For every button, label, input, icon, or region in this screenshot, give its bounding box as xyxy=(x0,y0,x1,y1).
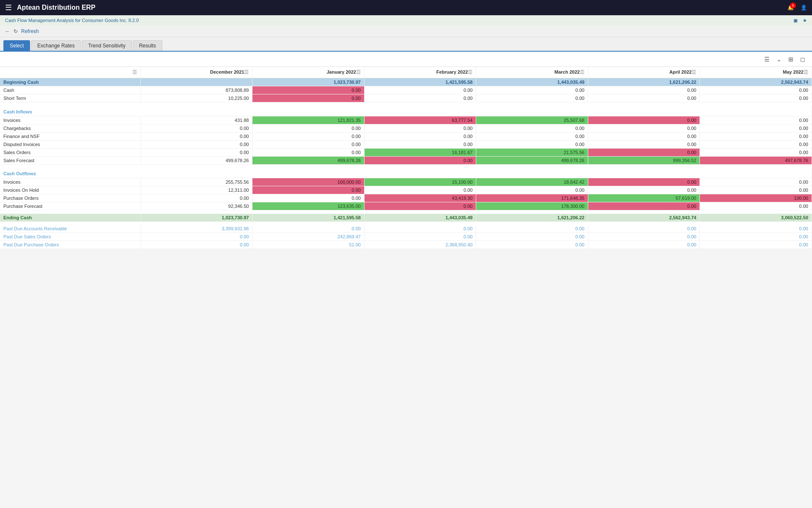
tab-exchange-rates[interactable]: Exchange Rates xyxy=(31,40,81,51)
user-icon[interactable]: 👤 xyxy=(801,5,807,11)
invoices-hold-may: 0.00 xyxy=(700,186,812,194)
past-due-ar-dec: 3,399,931.96 xyxy=(141,225,252,233)
cash-jan: 0.00 xyxy=(252,86,364,94)
ending-cash-mar: 1,621,206.22 xyxy=(476,214,588,222)
tab-select[interactable]: Select xyxy=(3,40,30,51)
col-menu-icon-0[interactable]: ☰ xyxy=(132,69,137,75)
invoices-in-jan: 121,821.35 xyxy=(252,116,364,124)
past-due-so-mar: 0.00 xyxy=(476,233,588,241)
sales-forecast-mar: 499,678.26 xyxy=(476,156,588,164)
subtitle-bar: Cash Flow Management Analysis for Consum… xyxy=(0,15,812,25)
cash-mar: 0.00 xyxy=(476,86,588,94)
beginning-cash-dec xyxy=(141,78,252,86)
table-row-past-due-ar: Past Due Accounts Receivable 3,399,931.9… xyxy=(0,225,812,233)
col-header-apr2022[interactable]: April 2022 ☰ xyxy=(588,67,700,78)
invoices-hold-feb: 0.00 xyxy=(364,186,476,194)
sales-forecast-feb: 0.00 xyxy=(364,156,476,164)
star-icon[interactable]: ★ xyxy=(803,18,807,23)
tabs-bar: Select Exchange Rates Trend Sensitivity … xyxy=(0,37,812,52)
purchase-forecast-label: Purchase Forecast xyxy=(0,202,141,210)
past-due-ar-label: Past Due Accounts Receivable xyxy=(0,225,141,233)
col-menu-icon-4[interactable]: ☰ xyxy=(580,69,584,75)
app-title: Aptean Distribution ERP xyxy=(17,4,782,11)
invoices-out-mar: 18,642.42 xyxy=(476,178,588,186)
disputed-dec: 0.00 xyxy=(141,140,252,148)
sales-orders-feb: 16,181.67 xyxy=(364,148,476,156)
beginning-cash-jan: 1,023,730.97 xyxy=(252,78,364,86)
past-due-po-dec: 0.00 xyxy=(141,241,252,249)
cash-flow-table: ☰ December 2021 ☰ January 2022 ☰ Februar… xyxy=(0,67,812,249)
col-menu-icon-6[interactable]: ☰ xyxy=(804,69,808,75)
top-bar: ☰ Aptean Distribution ERP 🔔5 👤 xyxy=(0,0,812,15)
past-due-ar-may: 0.00 xyxy=(700,225,812,233)
chargebacks-feb: 0.00 xyxy=(364,124,476,132)
spacer-4 xyxy=(0,221,812,225)
purchase-forecast-apr: 0.00 xyxy=(588,202,700,210)
sales-orders-dec: 0.00 xyxy=(141,148,252,156)
table-row-invoices-in: Invoices 431.88 121,821.35 63,777.54 25,… xyxy=(0,116,812,124)
back-button[interactable]: ← xyxy=(5,28,10,34)
sales-orders-label: Sales Orders xyxy=(0,148,141,156)
purchase-orders-label: Purchase Orders xyxy=(0,194,141,202)
top-icons: 🔔5 👤 xyxy=(787,5,807,11)
table-row-sales-orders: Sales Orders 0.00 0.00 16,181.67 21,575.… xyxy=(0,148,812,156)
ending-cash-may: 3,060,522.50 xyxy=(700,214,812,222)
invoices-in-label: Invoices xyxy=(0,116,141,124)
short-term-jan: 0.00 xyxy=(252,94,364,102)
past-due-ar-mar: 0.00 xyxy=(476,225,588,233)
chargebacks-dec: 0.00 xyxy=(141,124,252,132)
col-header-label[interactable]: ☰ xyxy=(0,67,141,78)
invoices-hold-mar: 0.00 xyxy=(476,186,588,194)
menu-icon[interactable]: ☰ xyxy=(5,3,12,12)
tab-results[interactable]: Results xyxy=(133,40,162,51)
purchase-forecast-feb: 0.00 xyxy=(364,202,476,210)
table-row-disputed: Disputed Invoices 0.00 0.00 0.00 0.00 0.… xyxy=(0,140,812,148)
notifications[interactable]: 🔔5 xyxy=(787,5,794,11)
sales-orders-jan: 0.00 xyxy=(252,148,364,156)
disputed-may: 0.00 xyxy=(700,140,812,148)
chargebacks-label: Chargebacks xyxy=(0,124,141,132)
col-header-jan2022[interactable]: January 2022 ☰ xyxy=(252,67,364,78)
finance-nsf-may: 0.00 xyxy=(700,132,812,140)
disputed-label: Disputed Invoices xyxy=(0,140,141,148)
beginning-cash-apr: 1,621,206.22 xyxy=(588,78,700,86)
chevron-down-icon[interactable]: ⌄ xyxy=(775,55,783,64)
copy-icon[interactable]: ▣ xyxy=(793,18,798,23)
col-menu-icon-5[interactable]: ☰ xyxy=(691,69,696,75)
col-menu-icon-3[interactable]: ☰ xyxy=(468,69,472,75)
grid-icon[interactable]: ⊞ xyxy=(787,55,795,64)
cash-inflows-label: Cash Inflows xyxy=(0,106,812,116)
sales-orders-apr: 0.00 xyxy=(588,148,700,156)
ending-cash-dec: 1,023,730.97 xyxy=(141,214,252,222)
col-menu-icon-1[interactable]: ☰ xyxy=(244,69,249,75)
expand-icon[interactable]: ◻ xyxy=(798,55,807,64)
invoices-out-jan: 100,000.00 xyxy=(252,178,364,186)
col-header-feb2022[interactable]: February 2022 ☰ xyxy=(364,67,476,78)
purchase-forecast-dec: 92,346.50 xyxy=(141,202,252,210)
finance-nsf-apr: 0.00 xyxy=(588,132,700,140)
col-menu-icon-2[interactable]: ☰ xyxy=(356,69,361,75)
col-header-dec2021[interactable]: December 2021 ☰ xyxy=(141,67,252,78)
tab-trend-sensitivity[interactable]: Trend Sensitivity xyxy=(82,40,132,51)
table-row-past-due-po: Past Due Purchase Orders 0.00 51.00 2,36… xyxy=(0,241,812,249)
table-row-invoices-hold: Invoices On Hold 12,311.00 0.00 0.00 0.0… xyxy=(0,186,812,194)
ending-cash-label: Ending Cash xyxy=(0,214,141,222)
past-due-so-apr: 0.00 xyxy=(588,233,700,241)
forward-button[interactable]: ↻ xyxy=(14,28,18,34)
purchase-orders-feb: 43,419.30 xyxy=(364,194,476,202)
col-header-may2022[interactable]: May 2022 ☰ xyxy=(700,67,812,78)
table-row-beginning-cash: Beginning Cash 1,023,730.97 1,421,595.58… xyxy=(0,78,812,86)
section-cash-inflows: Cash Inflows xyxy=(0,106,812,116)
invoices-hold-jan: 0.00 xyxy=(252,186,364,194)
chargebacks-jan: 0.00 xyxy=(252,124,364,132)
disputed-feb: 0.00 xyxy=(364,140,476,148)
subtitle-text: Cash Flow Management Analysis for Consum… xyxy=(5,18,139,23)
table-row-cash: Cash 873,808.89 0.00 0.00 0.00 0.00 0.00 xyxy=(0,86,812,94)
cash-feb: 0.00 xyxy=(364,86,476,94)
filter-icon[interactable]: ☰ xyxy=(763,55,771,64)
purchase-forecast-jan: 123,635.00 xyxy=(252,202,364,210)
col-header-mar2022[interactable]: March 2022 ☰ xyxy=(476,67,588,78)
sales-forecast-apr: 999,356.52 xyxy=(588,156,700,164)
refresh-link[interactable]: Refresh xyxy=(21,28,39,34)
purchase-orders-may: 100.00 xyxy=(700,194,812,202)
